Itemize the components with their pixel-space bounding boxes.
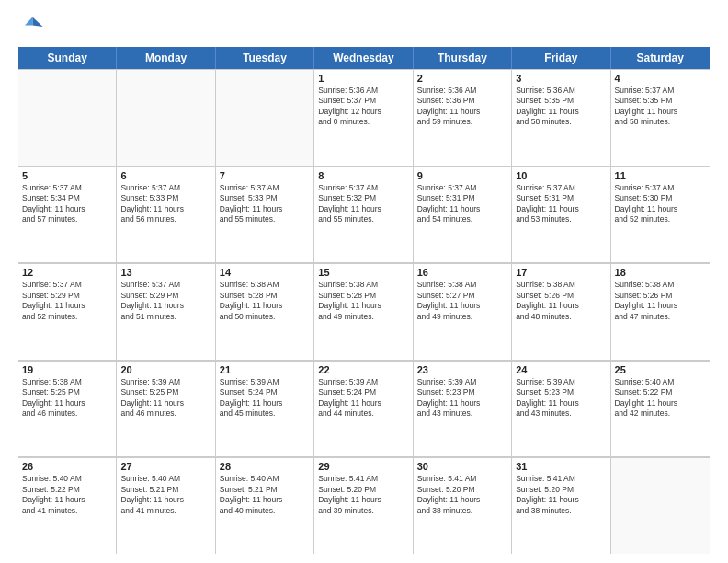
day-info: Sunrise: 5:38 AM Sunset: 5:28 PM Dayligh…: [318, 280, 408, 322]
day-info: Sunrise: 5:38 AM Sunset: 5:25 PM Dayligh…: [22, 377, 112, 419]
header-day-tuesday: Tuesday: [216, 47, 314, 69]
day-number: 7: [220, 170, 310, 181]
day-info: Sunrise: 5:39 AM Sunset: 5:23 PM Dayligh…: [417, 377, 507, 419]
cal-cell-day-16: 16Sunrise: 5:38 AM Sunset: 5:27 PM Dayli…: [414, 263, 512, 360]
cal-cell-empty: [611, 457, 710, 554]
cal-cell-day-11: 11Sunrise: 5:37 AM Sunset: 5:30 PM Dayli…: [611, 167, 710, 263]
cal-cell-day-7: 7Sunrise: 5:37 AM Sunset: 5:33 PM Daylig…: [216, 167, 314, 263]
day-info: Sunrise: 5:37 AM Sunset: 5:33 PM Dayligh…: [220, 183, 310, 225]
cal-cell-day-21: 21Sunrise: 5:39 AM Sunset: 5:24 PM Dayli…: [216, 361, 314, 457]
cal-cell-empty: [216, 69, 314, 166]
calendar-row-3: 12Sunrise: 5:37 AM Sunset: 5:29 PM Dayli…: [18, 263, 710, 361]
day-info: Sunrise: 5:39 AM Sunset: 5:23 PM Dayligh…: [516, 377, 606, 419]
day-info: Sunrise: 5:40 AM Sunset: 5:22 PM Dayligh…: [615, 377, 706, 419]
day-info: Sunrise: 5:41 AM Sunset: 5:20 PM Dayligh…: [417, 474, 507, 516]
day-number: 22: [318, 364, 408, 375]
cal-cell-day-27: 27Sunrise: 5:40 AM Sunset: 5:21 PM Dayli…: [117, 457, 215, 554]
svg-marker-0: [32, 17, 42, 28]
cal-cell-day-5: 5Sunrise: 5:37 AM Sunset: 5:34 PM Daylig…: [18, 167, 117, 263]
cal-cell-day-19: 19Sunrise: 5:38 AM Sunset: 5:25 PM Dayli…: [18, 361, 117, 457]
day-number: 10: [516, 170, 606, 181]
day-info: Sunrise: 5:38 AM Sunset: 5:27 PM Dayligh…: [417, 280, 507, 322]
header-day-friday: Friday: [512, 47, 610, 69]
cal-cell-day-20: 20Sunrise: 5:39 AM Sunset: 5:25 PM Dayli…: [117, 361, 215, 457]
day-info: Sunrise: 5:37 AM Sunset: 5:31 PM Dayligh…: [516, 183, 606, 225]
header-day-thursday: Thursday: [414, 47, 512, 69]
day-info: Sunrise: 5:39 AM Sunset: 5:24 PM Dayligh…: [318, 377, 408, 419]
day-info: Sunrise: 5:37 AM Sunset: 5:34 PM Dayligh…: [22, 183, 112, 225]
day-number: 17: [516, 267, 606, 278]
day-info: Sunrise: 5:39 AM Sunset: 5:25 PM Dayligh…: [120, 377, 210, 419]
calendar-row-5: 26Sunrise: 5:40 AM Sunset: 5:22 PM Dayli…: [18, 457, 710, 554]
header-day-sunday: Sunday: [18, 47, 117, 69]
day-number: 4: [615, 73, 706, 84]
cal-cell-day-1: 1Sunrise: 5:36 AM Sunset: 5:37 PM Daylig…: [314, 69, 413, 166]
logo: [18, 14, 48, 40]
day-info: Sunrise: 5:37 AM Sunset: 5:31 PM Dayligh…: [417, 183, 507, 225]
day-info: Sunrise: 5:40 AM Sunset: 5:22 PM Dayligh…: [22, 474, 112, 516]
day-number: 16: [417, 267, 507, 278]
day-number: 30: [417, 461, 507, 472]
day-number: 5: [22, 170, 112, 181]
cal-cell-day-23: 23Sunrise: 5:39 AM Sunset: 5:23 PM Dayli…: [414, 361, 512, 457]
cal-cell-day-30: 30Sunrise: 5:41 AM Sunset: 5:20 PM Dayli…: [414, 457, 512, 554]
cal-cell-day-15: 15Sunrise: 5:38 AM Sunset: 5:28 PM Dayli…: [314, 263, 413, 360]
day-number: 31: [516, 461, 606, 472]
calendar-header: SundayMondayTuesdayWednesdayThursdayFrid…: [18, 47, 710, 69]
day-info: Sunrise: 5:40 AM Sunset: 5:21 PM Dayligh…: [120, 474, 210, 516]
day-number: 15: [318, 267, 408, 278]
day-number: 6: [120, 170, 210, 181]
cal-cell-day-10: 10Sunrise: 5:37 AM Sunset: 5:31 PM Dayli…: [512, 167, 610, 263]
cal-cell-day-17: 17Sunrise: 5:38 AM Sunset: 5:26 PM Dayli…: [512, 263, 610, 360]
day-info: Sunrise: 5:41 AM Sunset: 5:20 PM Dayligh…: [516, 474, 606, 516]
cal-cell-day-9: 9Sunrise: 5:37 AM Sunset: 5:31 PM Daylig…: [414, 167, 512, 263]
day-number: 27: [120, 461, 210, 472]
day-number: 29: [318, 461, 408, 472]
cal-cell-day-28: 28Sunrise: 5:40 AM Sunset: 5:21 PM Dayli…: [216, 457, 314, 554]
day-number: 14: [220, 267, 310, 278]
day-info: Sunrise: 5:40 AM Sunset: 5:21 PM Dayligh…: [220, 474, 310, 516]
cal-cell-day-26: 26Sunrise: 5:40 AM Sunset: 5:22 PM Dayli…: [18, 457, 117, 554]
cal-cell-day-18: 18Sunrise: 5:38 AM Sunset: 5:26 PM Dayli…: [611, 263, 710, 360]
cal-cell-day-24: 24Sunrise: 5:39 AM Sunset: 5:23 PM Dayli…: [512, 361, 610, 457]
cal-cell-empty: [18, 69, 117, 166]
cal-cell-day-4: 4Sunrise: 5:37 AM Sunset: 5:35 PM Daylig…: [611, 69, 710, 166]
day-number: 2: [417, 73, 507, 84]
day-number: 28: [220, 461, 310, 472]
day-info: Sunrise: 5:37 AM Sunset: 5:29 PM Dayligh…: [120, 280, 210, 322]
logo-icon: [18, 14, 44, 40]
cal-cell-day-14: 14Sunrise: 5:38 AM Sunset: 5:28 PM Dayli…: [216, 263, 314, 360]
cal-cell-day-31: 31Sunrise: 5:41 AM Sunset: 5:20 PM Dayli…: [512, 457, 610, 554]
day-number: 1: [318, 73, 408, 84]
day-info: Sunrise: 5:37 AM Sunset: 5:35 PM Dayligh…: [615, 86, 706, 128]
day-number: 18: [615, 267, 706, 278]
cal-cell-day-12: 12Sunrise: 5:37 AM Sunset: 5:29 PM Dayli…: [18, 263, 117, 360]
day-number: 21: [220, 364, 310, 375]
day-number: 13: [120, 267, 210, 278]
cal-cell-day-6: 6Sunrise: 5:37 AM Sunset: 5:33 PM Daylig…: [117, 167, 215, 263]
cal-cell-day-8: 8Sunrise: 5:37 AM Sunset: 5:32 PM Daylig…: [314, 167, 413, 263]
header: [18, 14, 710, 40]
day-number: 26: [22, 461, 112, 472]
cal-cell-day-3: 3Sunrise: 5:36 AM Sunset: 5:35 PM Daylig…: [512, 69, 610, 166]
day-number: 8: [318, 170, 408, 181]
day-number: 3: [516, 73, 606, 84]
day-info: Sunrise: 5:41 AM Sunset: 5:20 PM Dayligh…: [318, 474, 408, 516]
day-info: Sunrise: 5:37 AM Sunset: 5:29 PM Dayligh…: [22, 280, 112, 322]
day-info: Sunrise: 5:36 AM Sunset: 5:35 PM Dayligh…: [516, 86, 606, 128]
day-number: 19: [22, 364, 112, 375]
calendar-row-1: 1Sunrise: 5:36 AM Sunset: 5:37 PM Daylig…: [18, 69, 710, 167]
calendar-body: 1Sunrise: 5:36 AM Sunset: 5:37 PM Daylig…: [18, 69, 710, 554]
day-number: 25: [615, 364, 706, 375]
header-day-monday: Monday: [117, 47, 215, 69]
day-info: Sunrise: 5:36 AM Sunset: 5:36 PM Dayligh…: [417, 86, 507, 128]
cal-cell-empty: [117, 69, 215, 166]
header-day-saturday: Saturday: [611, 47, 710, 69]
day-number: 11: [615, 170, 706, 181]
cal-cell-day-13: 13Sunrise: 5:37 AM Sunset: 5:29 PM Dayli…: [117, 263, 215, 360]
svg-marker-1: [25, 17, 32, 26]
day-info: Sunrise: 5:38 AM Sunset: 5:28 PM Dayligh…: [220, 280, 310, 322]
page: SundayMondayTuesdayWednesdayThursdayFrid…: [0, 0, 728, 563]
day-number: 24: [516, 364, 606, 375]
day-info: Sunrise: 5:38 AM Sunset: 5:26 PM Dayligh…: [615, 280, 706, 322]
